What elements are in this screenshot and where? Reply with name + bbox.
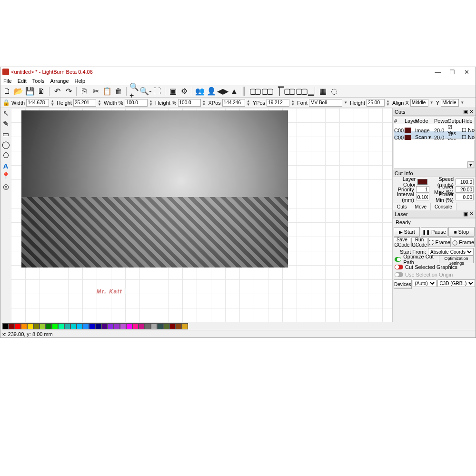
import-icon[interactable]: 🗎 — [37, 87, 46, 96]
new-icon[interactable]: 🗋 — [2, 87, 12, 96]
tab-console[interactable]: Console — [430, 203, 456, 210]
zoom-in-icon[interactable]: 🔍+ — [129, 87, 139, 96]
cut-selected-toggle[interactable] — [395, 265, 403, 269]
undo-icon[interactable]: ↶ — [52, 87, 62, 96]
palette-color[interactable] — [2, 323, 9, 329]
delete-icon[interactable]: 🗑 — [114, 87, 123, 96]
close-button[interactable]: ✕ — [459, 68, 474, 76]
flip-h-icon[interactable]: ◀▶ — [218, 87, 228, 96]
palette-color[interactable] — [33, 323, 40, 329]
palette-color[interactable] — [15, 323, 21, 329]
canvas[interactable]: Mr. Katt — [11, 108, 392, 322]
palette-color[interactable] — [182, 323, 188, 329]
palette-color[interactable] — [163, 323, 169, 329]
menu-help[interactable]: Help — [74, 78, 87, 84]
palette-color[interactable] — [58, 323, 64, 329]
flip-v-icon[interactable]: ▲ — [229, 87, 239, 96]
paste-icon[interactable]: 📋 — [102, 87, 112, 96]
preview-icon[interactable]: ▣ — [168, 87, 178, 96]
placed-image[interactable] — [21, 110, 288, 268]
palette-color[interactable] — [89, 323, 95, 329]
optimize-toggle[interactable] — [395, 257, 401, 262]
zoom-frame-icon[interactable]: ⛶ — [152, 87, 162, 96]
offset-tool-icon[interactable]: ◎ — [1, 182, 10, 191]
rect-tool-icon[interactable]: ▭ — [1, 130, 10, 139]
palette-color[interactable] — [114, 323, 120, 329]
palette-color[interactable] — [132, 323, 139, 329]
align-bottom-icon[interactable]: ▢▁ — [302, 87, 312, 96]
devices-button[interactable]: Devices — [394, 279, 412, 289]
layer-color-swatch[interactable] — [417, 179, 427, 185]
palette-color[interactable] — [95, 323, 101, 329]
cut-icon[interactable]: ✂ — [91, 87, 100, 96]
run-gcode-button[interactable]: Run GCode — [411, 238, 428, 247]
align-middle-icon[interactable]: ▢▢ — [291, 87, 300, 96]
height-input[interactable] — [73, 99, 96, 107]
menu-tools[interactable]: Tools — [31, 78, 46, 84]
palette-color[interactable] — [176, 323, 182, 329]
menu-arrange[interactable]: Arrange — [49, 78, 69, 84]
width-pct-input[interactable] — [125, 99, 148, 107]
chevron-down-icon[interactable]: ▾ — [467, 161, 474, 168]
palette-color[interactable] — [40, 323, 46, 329]
align-left-icon[interactable]: ▏▢ — [245, 87, 255, 96]
palette-color[interactable] — [21, 323, 27, 329]
grid-array-icon[interactable]: ▦ — [318, 87, 327, 96]
font-height-input[interactable] — [367, 99, 385, 107]
palette-color[interactable] — [9, 323, 15, 329]
pmax-input[interactable] — [456, 186, 474, 193]
save-icon[interactable]: 💾 — [25, 87, 35, 96]
menu-file[interactable]: File — [2, 78, 13, 84]
interval-input[interactable] — [416, 194, 429, 200]
tab-cuts[interactable]: Cuts — [393, 203, 411, 210]
palette-color[interactable] — [108, 323, 114, 329]
frame-round-button[interactable]: ◯ Frame — [452, 238, 475, 247]
palette-color[interactable] — [169, 323, 176, 329]
minimize-button[interactable]: — — [431, 68, 445, 76]
palette-color[interactable] — [145, 323, 151, 329]
palette-color[interactable] — [70, 323, 77, 329]
maximize-button[interactable]: ☐ — [445, 68, 459, 76]
palette-color[interactable] — [46, 323, 52, 329]
palette-color[interactable] — [64, 323, 70, 329]
polygon-tool-icon[interactable]: ⬠ — [1, 151, 10, 159]
palette-color[interactable] — [151, 323, 157, 329]
menu-edit[interactable]: Edit — [17, 78, 28, 84]
height-pct-input[interactable] — [178, 99, 201, 107]
palette-color[interactable] — [52, 323, 58, 329]
pmin-input[interactable] — [456, 194, 474, 200]
select-tool-icon[interactable]: ↖ — [1, 109, 10, 118]
align-center-icon[interactable]: ▢▢ — [257, 87, 266, 96]
lock-icon[interactable]: 🔒 — [2, 99, 10, 106]
port-select[interactable]: (Auto) — [413, 279, 436, 287]
radial-array-icon[interactable]: ◌ — [329, 87, 339, 96]
palette-color[interactable] — [157, 323, 163, 329]
opt-settings-button[interactable]: Optimization Settings — [439, 256, 474, 263]
tab-move[interactable]: Move — [411, 203, 431, 210]
group-icon[interactable]: 👥 — [195, 87, 205, 96]
palette-color[interactable] — [120, 323, 126, 329]
settings-icon[interactable]: ⚙ — [179, 87, 189, 96]
open-icon[interactable]: 📂 — [14, 87, 23, 96]
redo-icon[interactable]: ↷ — [64, 87, 73, 96]
start-button[interactable]: ▶ Start — [394, 227, 420, 237]
save-gcode-button[interactable]: Save GCode — [394, 238, 410, 247]
copy-icon[interactable]: ⎘ — [79, 87, 89, 96]
palette-color[interactable] — [77, 323, 83, 329]
ypos-input[interactable] — [267, 99, 289, 107]
width-input[interactable] — [26, 99, 49, 107]
frame-button[interactable]: ⛶ Frame — [428, 238, 451, 247]
palette-color[interactable] — [101, 323, 108, 329]
pen-tool-icon[interactable]: ✎ — [1, 119, 10, 128]
palette-color[interactable] — [126, 323, 132, 329]
palette-color[interactable] — [83, 323, 89, 329]
font-input[interactable] — [309, 99, 342, 107]
pause-button[interactable]: ❚❚ Pause — [421, 227, 447, 237]
palette-color[interactable] — [139, 323, 145, 329]
text-tool-icon[interactable]: A — [1, 161, 10, 170]
xpos-input[interactable] — [222, 99, 245, 107]
text-object[interactable]: Mr. Katt — [97, 272, 125, 298]
aligny-input[interactable] — [441, 99, 459, 107]
ellipse-tool-icon[interactable]: ◯ — [1, 140, 10, 149]
priority-input[interactable] — [416, 186, 429, 193]
